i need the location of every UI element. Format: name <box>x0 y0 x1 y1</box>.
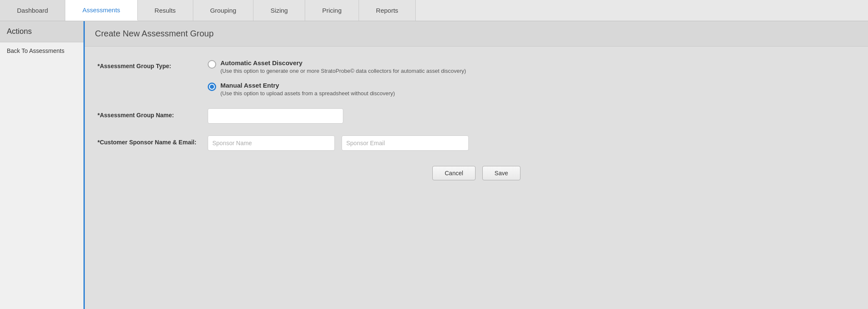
top-navigation: Dashboard Assessments Results Grouping S… <box>0 0 868 21</box>
tab-pricing[interactable]: Pricing <box>305 0 359 21</box>
radio-automatic[interactable] <box>208 60 216 69</box>
radio-manual-label: Manual Asset Entry <box>220 82 395 89</box>
sidebar: Actions Back To Assessments <box>0 21 85 309</box>
form-row-sponsor: *Customer Sponsor Name & Email: <box>97 135 855 151</box>
page-header: Create New Assessment Group <box>85 21 868 47</box>
sidebar-actions-header: Actions <box>0 21 83 42</box>
main-layout: Actions Back To Assessments Create New A… <box>0 21 868 309</box>
tab-dashboard[interactable]: Dashboard <box>0 0 65 21</box>
radio-option-manual[interactable]: Manual Asset Entry (Use this option to u… <box>208 82 855 97</box>
radio-automatic-labels: Automatic Asset Discovery (Use this opti… <box>220 59 466 74</box>
sidebar-item-back-to-assessments[interactable]: Back To Assessments <box>0 42 83 59</box>
form-label-name: *Assessment Group Name: <box>97 108 208 119</box>
form-buttons: Cancel Save <box>97 166 855 180</box>
radio-automatic-sublabel: (Use this option to generate one or more… <box>220 68 466 74</box>
content-area: Create New Assessment Group *Assessment … <box>85 21 868 309</box>
tab-sizing[interactable]: Sizing <box>253 0 305 21</box>
sponsor-name-input[interactable] <box>208 135 335 151</box>
form-label-type: *Assessment Group Type: <box>97 59 208 69</box>
radio-automatic-wrap[interactable] <box>208 60 216 70</box>
assessment-group-name-input[interactable] <box>208 108 343 124</box>
form-controls-name <box>208 108 855 124</box>
radio-manual-sublabel: (Use this option to upload assets from a… <box>220 90 395 97</box>
tab-assessments[interactable]: Assessments <box>65 0 137 21</box>
form-row-name: *Assessment Group Name: <box>97 108 855 124</box>
radio-manual-labels: Manual Asset Entry (Use this option to u… <box>220 82 395 97</box>
form-controls-sponsor <box>208 135 855 151</box>
radio-manual[interactable] <box>208 83 216 91</box>
save-button[interactable]: Save <box>482 166 520 180</box>
form-row-type: *Assessment Group Type: Automatic Asset … <box>97 59 855 97</box>
tab-reports[interactable]: Reports <box>359 0 416 21</box>
radio-option-automatic[interactable]: Automatic Asset Discovery (Use this opti… <box>208 59 855 74</box>
radio-manual-wrap[interactable] <box>208 83 216 91</box>
tab-results[interactable]: Results <box>138 0 193 21</box>
sponsor-email-input[interactable] <box>342 135 469 151</box>
page-title: Create New Assessment Group <box>95 29 214 38</box>
radio-automatic-label: Automatic Asset Discovery <box>220 59 466 66</box>
tab-grouping[interactable]: Grouping <box>193 0 254 21</box>
form-area: *Assessment Group Type: Automatic Asset … <box>85 47 868 193</box>
cancel-button[interactable]: Cancel <box>432 166 476 180</box>
form-controls-type: Automatic Asset Discovery (Use this opti… <box>208 59 855 97</box>
form-label-sponsor: *Customer Sponsor Name & Email: <box>97 135 208 146</box>
